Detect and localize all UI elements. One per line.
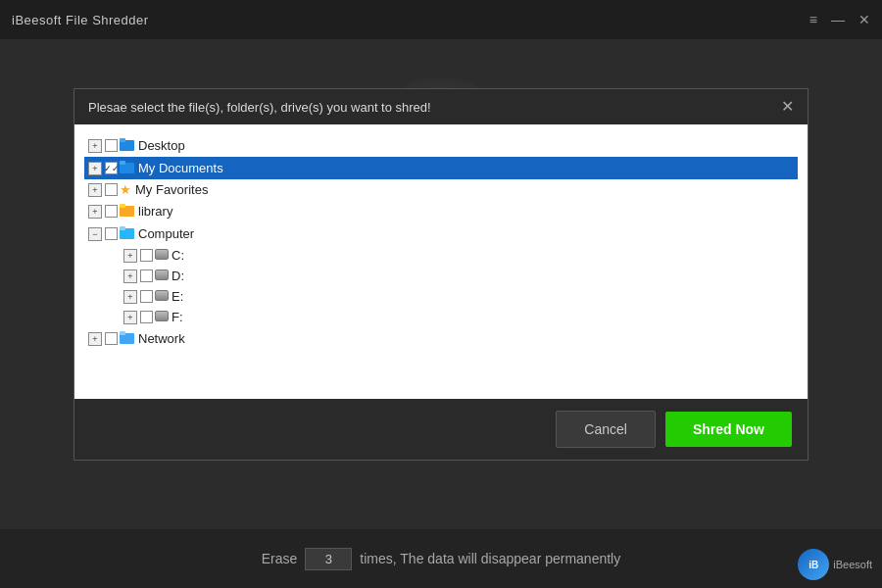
menu-button[interactable]: ≡ <box>809 13 817 26</box>
checkbox-computer[interactable] <box>105 227 118 240</box>
svg-rect-9 <box>120 331 125 335</box>
folder-icon-computer <box>120 225 138 242</box>
tree-label-drive-f: F: <box>172 310 183 324</box>
checkbox-drive-f[interactable] <box>140 311 153 323</box>
file-select-dialog: Plesae select the file(s), folder(s), dr… <box>74 88 808 461</box>
window-controls: ≡ — ✕ <box>809 13 870 26</box>
tree-item-library[interactable]: +library <box>84 200 798 222</box>
expand-icon-library[interactable]: + <box>88 205 102 219</box>
tree-item-my-documents[interactable]: +✓My Documents <box>84 157 798 179</box>
dialog-content: +Desktop+✓My Documents+★My Favorites+lib… <box>74 124 808 399</box>
expand-icon-network[interactable]: + <box>88 332 102 346</box>
dialog-header: Plesae select the file(s), folder(s), dr… <box>74 89 808 124</box>
tree-item-drive-d[interactable]: +D: <box>84 266 798 286</box>
bottom-bar: Erase times, The data will disappear per… <box>0 529 882 588</box>
expand-icon-drive-f[interactable]: + <box>123 311 137 324</box>
checkbox-my-favorites[interactable] <box>105 183 118 196</box>
folder-icon-desktop <box>120 137 138 154</box>
logo-icon: iB <box>798 549 829 580</box>
tree-label-library: library <box>138 204 172 219</box>
tree-label-drive-d: D: <box>172 269 184 283</box>
tree-label-desktop: Desktop <box>138 138 185 153</box>
tree-item-network[interactable]: +Network <box>84 327 798 350</box>
tree-label-my-documents: My Documents <box>138 161 223 175</box>
logo-text: iBeesoft <box>833 559 872 570</box>
logo-badge: iB iBeesoft <box>798 549 872 580</box>
folder-icon-my-documents <box>120 160 138 176</box>
expand-icon-my-documents[interactable]: + <box>88 162 102 175</box>
erase-message: times, The data will disappear permanent… <box>360 551 620 566</box>
app-title: iBeesoft File Shredder <box>12 13 149 27</box>
erase-count-input[interactable] <box>305 548 352 570</box>
app-body: Plesae select the file(s), folder(s), dr… <box>0 39 882 588</box>
shred-now-button[interactable]: Shred Now <box>665 412 792 447</box>
folder-icon-my-favorites: ★ <box>120 182 135 197</box>
expand-icon-drive-c[interactable]: + <box>123 249 137 263</box>
checkbox-drive-d[interactable] <box>140 270 153 282</box>
folder-icon-network <box>120 330 138 347</box>
tree-item-drive-c[interactable]: +C: <box>84 245 798 266</box>
folder-icon-drive-e <box>155 289 172 304</box>
expand-icon-drive-e[interactable]: + <box>123 290 137 304</box>
svg-rect-5 <box>120 204 125 208</box>
title-bar: iBeesoft File Shredder ≡ — ✕ <box>0 0 882 39</box>
svg-rect-1 <box>120 138 125 142</box>
tree-label-drive-e: E: <box>172 289 183 304</box>
expand-icon-desktop[interactable]: + <box>88 139 102 153</box>
checkbox-drive-e[interactable] <box>140 290 153 303</box>
checkbox-library[interactable] <box>105 205 118 218</box>
svg-rect-7 <box>120 226 125 230</box>
svg-rect-3 <box>120 161 125 165</box>
expand-icon-computer[interactable]: − <box>88 227 102 241</box>
expand-icon-my-favorites[interactable]: + <box>88 183 102 197</box>
checkbox-network[interactable] <box>105 332 118 345</box>
close-button[interactable]: ✕ <box>858 13 870 26</box>
tree-label-computer: Computer <box>138 226 194 241</box>
tree-label-drive-c: C: <box>172 248 184 263</box>
folder-icon-drive-d <box>155 269 172 283</box>
tree-item-my-favorites[interactable]: +★My Favorites <box>84 179 798 200</box>
checkbox-my-documents[interactable]: ✓ <box>105 162 118 174</box>
dialog-close-button[interactable]: ✕ <box>781 99 794 115</box>
tree-item-drive-f[interactable]: +F: <box>84 307 798 327</box>
file-tree: +Desktop+✓My Documents+★My Favorites+lib… <box>84 134 798 350</box>
folder-icon-drive-c <box>155 248 172 263</box>
checkbox-drive-c[interactable] <box>140 249 153 262</box>
folder-icon-drive-f <box>155 310 172 324</box>
folder-icon-library <box>120 203 138 220</box>
dialog-title: Plesae select the file(s), folder(s), dr… <box>88 100 431 115</box>
tree-item-drive-e[interactable]: +E: <box>84 286 798 307</box>
tree-item-computer[interactable]: −Computer <box>84 222 798 245</box>
checkbox-desktop[interactable] <box>105 139 118 152</box>
dialog-footer: Cancel Shred Now <box>74 399 808 460</box>
tree-label-network: Network <box>138 331 185 346</box>
cancel-button[interactable]: Cancel <box>556 411 656 448</box>
tree-item-desktop[interactable]: +Desktop <box>84 134 798 157</box>
minimize-button[interactable]: — <box>831 13 845 26</box>
expand-icon-drive-d[interactable]: + <box>123 270 137 283</box>
tree-label-my-favorites: My Favorites <box>135 182 208 197</box>
erase-label: Erase <box>262 551 298 566</box>
